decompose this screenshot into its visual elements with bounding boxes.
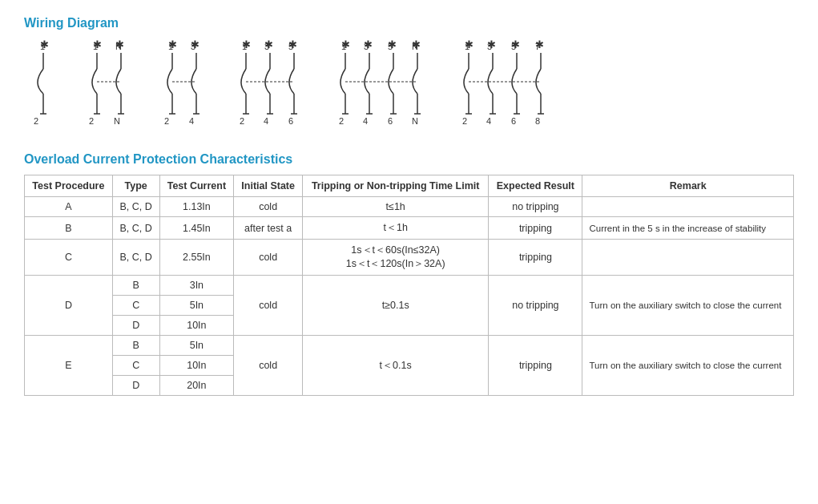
table-row: C B, C, D 2.55In cold 1s＜t＜60s(In≤32A)1s…	[25, 240, 794, 276]
svg-text:✱: ✱	[168, 38, 177, 50]
col-initial: Initial State	[234, 175, 303, 197]
wiring-diagrams: 1 ✱ 2 1 ✱ N ✱	[24, 42, 794, 130]
svg-text:✱: ✱	[535, 38, 544, 50]
svg-text:N: N	[114, 116, 120, 126]
cell-type: B, C, D	[112, 197, 159, 217]
cell-initial: cold	[234, 240, 303, 276]
cell-type: C	[112, 356, 159, 376]
svg-text:✱: ✱	[288, 38, 297, 50]
svg-text:4: 4	[189, 116, 194, 126]
svg-text:✱: ✱	[412, 38, 421, 50]
svg-text:6: 6	[288, 116, 293, 126]
svg-text:2: 2	[339, 116, 344, 126]
characteristics-section: Overload Current Protection Characterist…	[24, 152, 794, 396]
cell-time: t＜1h	[303, 217, 489, 240]
cell-initial: after test a	[234, 217, 303, 240]
svg-text:✱: ✱	[93, 38, 102, 50]
svg-text:✱: ✱	[465, 38, 473, 50]
col-time: Tripping or Non-tripping Time Limit	[303, 175, 489, 197]
svg-text:2: 2	[462, 116, 467, 126]
cell-remark	[582, 240, 794, 276]
cell-remark: Turn on the auxiliary switch to close th…	[582, 336, 794, 396]
svg-text:✱: ✱	[40, 38, 49, 50]
characteristics-title: Overload Current Protection Characterist…	[24, 152, 794, 167]
cell-current: 20In	[159, 376, 234, 396]
col-type: Type	[112, 175, 159, 197]
cell-remark: Current in the 5 s in the increase of st…	[582, 217, 794, 240]
cell-result: no tripping	[489, 276, 582, 336]
cell-type: B	[112, 276, 159, 296]
cell-procedure: B	[25, 217, 113, 240]
cell-current: 10In	[159, 356, 234, 376]
wiring-section: Wiring Diagram 1 ✱ 2 1 ✱	[24, 16, 794, 130]
cell-type: B	[112, 336, 159, 356]
cell-current: 3In	[159, 276, 234, 296]
table-row: EB5Incoldt＜0.1strippingTurn on the auxil…	[25, 336, 794, 356]
table-row: DB3Incoldt≥0.1sno trippingTurn on the au…	[25, 276, 794, 296]
diagram-3N-pole: 1 ✱ 3 ✱ 5 ✱ N ✱ 2 4	[337, 42, 441, 130]
cell-time: t＜0.1s	[303, 336, 489, 396]
characteristics-table: Test Procedure Type Test Current Initial…	[24, 175, 794, 396]
cell-current: 1.45In	[159, 217, 234, 240]
svg-text:2: 2	[34, 116, 38, 126]
svg-text:N: N	[412, 116, 418, 126]
cell-remark: Turn on the auxiliary switch to close th…	[582, 276, 794, 336]
cell-remark	[582, 197, 794, 217]
cell-type: C	[112, 296, 159, 316]
diagram-1pole: 1 ✱ 2	[32, 42, 68, 130]
col-current: Test Current	[159, 175, 234, 197]
cell-type: B, C, D	[112, 240, 159, 276]
cell-result: no tripping	[489, 197, 582, 217]
wiring-title: Wiring Diagram	[24, 16, 794, 30]
cell-current: 5In	[159, 296, 234, 316]
svg-text:4: 4	[264, 116, 268, 126]
cell-type: D	[112, 316, 159, 336]
cell-type: D	[112, 376, 159, 396]
cell-time: t≥0.1s	[303, 276, 489, 336]
svg-text:2: 2	[89, 116, 94, 126]
cell-current: 1.13In	[159, 197, 234, 217]
cell-procedure: C	[25, 240, 113, 276]
svg-text:✱: ✱	[388, 38, 397, 50]
cell-time: 1s＜t＜60s(In≤32A)1s＜t＜120s(In＞32A)	[303, 240, 489, 276]
cell-result: tripping	[489, 336, 582, 396]
diagram-3pole: 1 ✱ 3 ✱ 5 ✱ 2 4 6	[238, 42, 318, 130]
cell-current: 5In	[159, 336, 234, 356]
svg-text:8: 8	[535, 116, 540, 126]
svg-text:✱: ✱	[264, 38, 273, 50]
svg-text:6: 6	[388, 116, 393, 126]
svg-text:✱: ✱	[242, 38, 251, 50]
svg-text:✱: ✱	[487, 38, 496, 50]
cell-result: tripping	[489, 240, 582, 276]
cell-time: t≤1h	[303, 197, 489, 217]
svg-text:4: 4	[486, 116, 491, 126]
svg-text:4: 4	[363, 116, 368, 126]
cell-type: B, C, D	[112, 217, 159, 240]
table-row: A B, C, D 1.13In cold t≤1h no tripping	[25, 197, 794, 217]
svg-text:2: 2	[240, 116, 244, 126]
svg-text:✱: ✱	[115, 38, 124, 50]
cell-procedure: E	[25, 336, 113, 396]
diagram-4pole: 1 ✱ 3 ✱ 5 ✱ 7 ✱ 2 4	[461, 42, 585, 130]
svg-text:2: 2	[164, 116, 169, 126]
cell-initial: cold	[234, 336, 303, 396]
cell-result: tripping	[489, 217, 582, 240]
col-result: Expected Result	[489, 175, 582, 197]
cell-procedure: A	[25, 197, 113, 217]
svg-text:✱: ✱	[511, 38, 520, 50]
col-remark: Remark	[582, 175, 794, 197]
cell-procedure: D	[25, 276, 113, 336]
table-row: B B, C, D 1.45In after test a t＜1h tripp…	[25, 217, 794, 240]
col-procedure: Test Procedure	[25, 175, 113, 197]
diagram-1N-pole: 1 ✱ N ✱ 2 N	[87, 42, 143, 130]
svg-text:✱: ✱	[341, 38, 350, 50]
cell-initial: cold	[234, 276, 303, 336]
diagram-2pole: 1 ✱ 3 ✱ 2 4	[163, 42, 219, 130]
svg-text:✱: ✱	[191, 38, 199, 50]
cell-current: 10In	[159, 316, 234, 336]
svg-text:6: 6	[511, 116, 516, 126]
cell-current: 2.55In	[159, 240, 234, 276]
svg-text:✱: ✱	[364, 38, 373, 50]
cell-initial: cold	[234, 197, 303, 217]
